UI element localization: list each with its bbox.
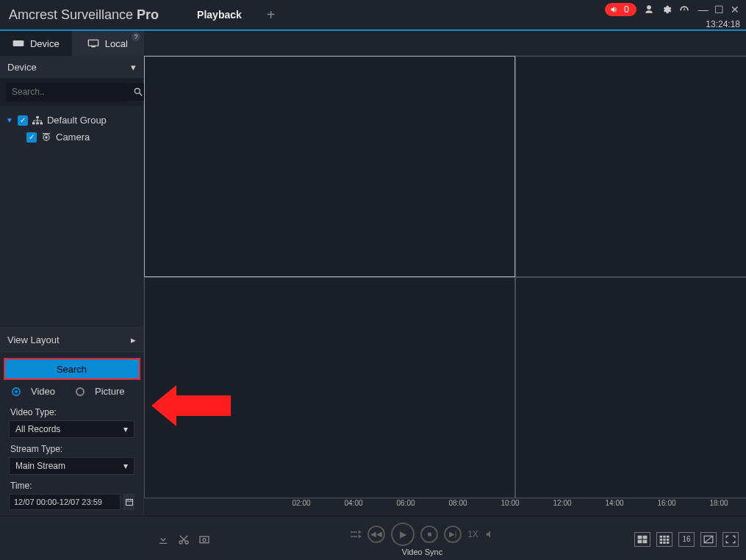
video-cell-3[interactable]: [144, 277, 515, 498]
chevron-right-icon: ▸: [131, 334, 136, 345]
group-checkbox[interactable]: ✓: [18, 115, 28, 126]
tick: 06:00: [395, 499, 416, 507]
svg-rect-6: [32, 122, 35, 124]
tree-camera-row[interactable]: ✓ Camera: [4, 129, 139, 146]
svg-rect-30: [660, 538, 663, 540]
svg-rect-34: [663, 541, 666, 543]
chevron-down-icon: ▾: [123, 424, 128, 434]
svg-rect-0: [13, 40, 24, 46]
radio-picture[interactable]: [76, 387, 85, 396]
tab-playback[interactable]: Playback: [188, 1, 251, 28]
view-layout-label: View Layout: [7, 334, 60, 345]
time-range-field[interactable]: [9, 494, 121, 510]
search-block: Search Video Picture Video Type: All Rec…: [0, 352, 143, 516]
tree-group-row[interactable]: ▼ ✓ Default Group: [4, 112, 139, 129]
view-layout-row[interactable]: View Layout ▸: [0, 327, 143, 352]
calendar-button[interactable]: [123, 494, 135, 510]
window-controls: — ☐ ✕: [697, 4, 742, 15]
rewind-button[interactable]: ◀◀: [367, 525, 385, 543]
next-button[interactable]: ▶|: [444, 525, 462, 543]
search-button-label: Search: [57, 364, 87, 375]
gear-icon[interactable]: [661, 4, 672, 15]
close-button[interactable]: ✕: [728, 4, 742, 15]
fullscreen-button[interactable]: [722, 532, 739, 547]
device-dropdown-label: Device: [7, 62, 37, 73]
device-dropdown[interactable]: Device ▾: [0, 56, 143, 78]
tree-group-label: Default Group: [47, 115, 107, 126]
svg-rect-25: [638, 539, 642, 543]
svg-rect-27: [660, 535, 663, 537]
camera-checkbox[interactable]: ✓: [26, 132, 37, 143]
user-icon[interactable]: [644, 4, 654, 15]
tick: 02:00: [291, 499, 312, 507]
brand-bold: Pro: [137, 7, 159, 22]
aspect-button[interactable]: [700, 532, 717, 547]
timeline[interactable]: 02:00 04:00 06:00 08:00 10:00 12:00 14:0…: [144, 498, 746, 516]
svg-rect-1: [88, 40, 98, 46]
layout-3x3[interactable]: [656, 532, 673, 547]
svg-rect-2: [91, 46, 95, 47]
video-cell-2[interactable]: [515, 56, 747, 277]
help-icon[interactable]: ?: [132, 32, 140, 41]
svg-line-37: [704, 536, 713, 542]
snapshot-button[interactable]: [198, 534, 210, 545]
svg-rect-28: [663, 535, 666, 537]
sidebar-tab-local[interactable]: Local ?: [72, 31, 144, 56]
search-input[interactable]: [6, 82, 128, 101]
sidebar: Device Local ? Device ▾ ▼ ✓: [0, 31, 144, 516]
camera-icon: [41, 133, 51, 142]
layout-controls: 16: [634, 532, 746, 547]
device-icon: [12, 39, 24, 48]
download-button[interactable]: [157, 534, 169, 545]
sync-toggle[interactable]: [348, 528, 362, 540]
video-grid: ▶: [144, 56, 746, 498]
video-type-select[interactable]: All Records ▾: [9, 420, 135, 438]
titlebar: Amcrest Surveillance Pro Playback + 0 — …: [0, 0, 746, 29]
transport-controls: ◀◀ ▶ ■ ▶| 1X: [348, 523, 496, 546]
search-button[interactable]: Search: [4, 358, 140, 380]
brand-text: Amcrest Surveillance: [9, 7, 137, 22]
svg-point-22: [203, 538, 206, 541]
tick: 04:00: [343, 499, 364, 507]
maximize-button[interactable]: ☐: [712, 4, 725, 15]
add-tab-button[interactable]: +: [261, 4, 281, 26]
search-row: [0, 78, 143, 106]
alarm-count: 0: [624, 4, 629, 15]
gauge-icon[interactable]: [679, 4, 689, 15]
sidebar-tab-device[interactable]: Device: [0, 31, 72, 56]
layout-2x2[interactable]: [634, 532, 650, 547]
tick: 14:00: [604, 499, 625, 507]
radio-video[interactable]: [12, 387, 21, 396]
svg-rect-12: [126, 500, 132, 506]
video-cell-1[interactable]: [144, 56, 515, 277]
stream-type-select[interactable]: Main Stream ▾: [9, 457, 135, 475]
video-type-label: Video Type:: [3, 403, 140, 419]
tick: 12:00: [552, 499, 573, 507]
svg-point-3: [135, 88, 140, 93]
tree-camera-label: Camera: [56, 132, 90, 143]
video-header: All Records ▾: [144, 31, 746, 56]
minimize-button[interactable]: —: [697, 4, 710, 15]
stop-button[interactable]: ■: [420, 525, 438, 543]
device-tree: ▼ ✓ Default Group ✓ Camera: [0, 106, 143, 327]
layout-16[interactable]: 16: [678, 532, 695, 547]
clock: 13:24:18: [706, 19, 740, 29]
video-cell-4[interactable]: [515, 277, 747, 498]
sidebar-tab-device-label: Device: [30, 38, 60, 49]
svg-rect-26: [643, 539, 648, 543]
video-sync-label: Video Sync: [402, 548, 442, 556]
svg-point-10: [45, 136, 48, 139]
svg-rect-7: [36, 122, 39, 124]
volume-icon: [609, 5, 620, 14]
svg-line-4: [140, 93, 143, 96]
cut-button[interactable]: [178, 534, 190, 545]
time-range-input: [9, 494, 135, 510]
hierarchy-icon: [32, 116, 43, 125]
sidebar-tabs: Device Local ?: [0, 31, 143, 56]
svg-rect-29: [667, 535, 670, 537]
svg-rect-21: [200, 536, 209, 543]
play-button[interactable]: ▶: [391, 523, 415, 546]
alarm-badge[interactable]: 0: [605, 3, 636, 16]
mute-button[interactable]: [484, 529, 496, 539]
stream-type-label: Stream Type:: [3, 439, 140, 456]
